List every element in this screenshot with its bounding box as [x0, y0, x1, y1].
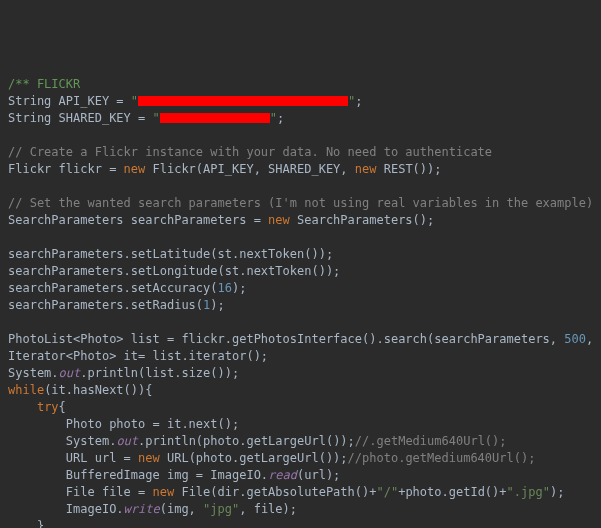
string: "/": [376, 485, 398, 499]
code-line: );: [232, 281, 246, 295]
code-line: .println(photo.getLargeUrl());: [138, 434, 355, 448]
string-quote: ": [131, 94, 138, 108]
comment: //photo.getMedium640Url();: [348, 451, 536, 465]
code-line: (url);: [297, 468, 340, 482]
code-line: );: [550, 485, 564, 499]
code-line: Flickr flickr =: [8, 162, 124, 176]
code-line: File(dir.getAbsolutePath()+: [181, 485, 376, 499]
code-line: System.: [8, 366, 59, 380]
keyword-new: new: [138, 451, 167, 465]
doc-comment: /** FLICKR: [8, 77, 80, 91]
code-line: Flickr(API_KEY, SHARED_KEY,: [153, 162, 355, 176]
number: 16: [218, 281, 232, 295]
code-line: (img,: [160, 502, 203, 516]
string: ".jpg": [507, 485, 550, 499]
static-field: out: [116, 434, 138, 448]
code-line: URL url =: [66, 451, 138, 465]
code-line: String API_KEY =: [8, 94, 131, 108]
string-quote: ": [270, 111, 277, 125]
semicolon: ;: [355, 94, 362, 108]
redacted-shared-key: [160, 113, 270, 123]
code-line: );: [210, 298, 224, 312]
string: "jpg": [203, 502, 239, 516]
code-line: SearchParameters();: [297, 213, 434, 227]
redacted-api-key: [138, 96, 348, 106]
static-method: write: [124, 502, 160, 516]
code-block: /** FLICKR String API_KEY = ""; String S…: [8, 76, 593, 528]
code-line: PhotoList<Photo> list = flickr.getPhotos…: [8, 332, 564, 346]
comment: // Set the wanted search parameters (I'm…: [8, 196, 593, 210]
keyword-new: new: [153, 485, 182, 499]
code-line: searchParameters.setRadius(: [8, 298, 203, 312]
keyword-try: try: [37, 400, 59, 414]
code-line: SearchParameters searchParameters =: [8, 213, 268, 227]
keyword-new: new: [268, 213, 297, 227]
code-line: searchParameters.setAccuracy(: [8, 281, 218, 295]
static-method: read: [268, 468, 297, 482]
code-line: searchParameters.setLongitude(st.nextTok…: [8, 264, 340, 278]
keyword-new: new: [355, 162, 384, 176]
code-line: String SHARED_KEY =: [8, 111, 153, 125]
number: 500: [564, 332, 586, 346]
static-field: out: [59, 366, 81, 380]
code-line: {: [59, 400, 66, 414]
keyword-while: while: [8, 383, 44, 397]
comment: // Create a Flickr instance with your da…: [8, 145, 492, 159]
code-line: System.: [66, 434, 117, 448]
code-line: (it.hasNext()){: [44, 383, 152, 397]
code-line: +photo.getId()+: [398, 485, 506, 499]
code-line: File file =: [66, 485, 153, 499]
code-line: ImageIO.: [66, 502, 124, 516]
code-line: BufferedImage img = ImageIO.: [66, 468, 268, 482]
code-line: , file);: [239, 502, 297, 516]
semicolon: ;: [277, 111, 284, 125]
brace: }: [37, 519, 44, 528]
code-line: .println(list.size());: [80, 366, 239, 380]
code-line: Iterator<Photo> it= list.iterator();: [8, 349, 268, 363]
code-line: searchParameters.setLatitude(st.nextToke…: [8, 247, 333, 261]
string-quote: ": [153, 111, 160, 125]
comment: //.getMedium640Url();: [355, 434, 507, 448]
code-line: Photo photo = it.next();: [66, 417, 239, 431]
code-line: URL(photo.getLargeUrl());: [167, 451, 348, 465]
code-line: ,: [586, 332, 600, 346]
keyword-new: new: [124, 162, 153, 176]
code-line: REST());: [384, 162, 442, 176]
